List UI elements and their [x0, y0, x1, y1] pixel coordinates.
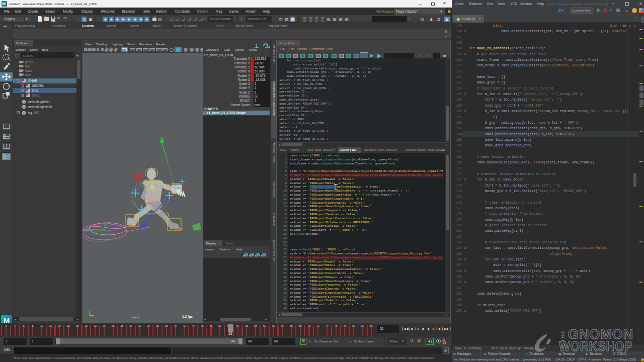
svg-text:ObjectNam: ObjectNam: [83, 229, 94, 231]
